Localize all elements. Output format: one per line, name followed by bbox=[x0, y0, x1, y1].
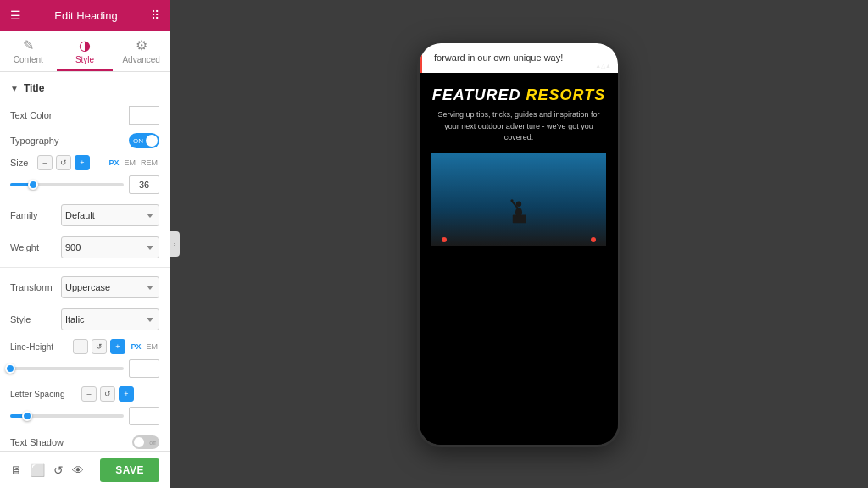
lh-unit-em[interactable]: EM bbox=[145, 342, 160, 351]
silhouette-figure bbox=[506, 193, 531, 230]
phone-content: forward in our own unique way! ▲△▲ FEATU… bbox=[420, 43, 618, 445]
text-color-swatch[interactable] bbox=[129, 106, 159, 125]
grid-icon[interactable]: ⠿ bbox=[151, 8, 159, 22]
preview-icon[interactable]: 👁 bbox=[72, 463, 84, 477]
toggle-thumb bbox=[146, 135, 158, 147]
panel-title: Edit Heading bbox=[54, 9, 117, 22]
tab-content[interactable]: ✎ Content bbox=[0, 30, 57, 71]
phone-mockup: forward in our own unique way! ▲△▲ FEATU… bbox=[417, 41, 620, 447]
size-slider[interactable] bbox=[10, 183, 124, 186]
tab-style-label: Style bbox=[75, 55, 94, 64]
text-color-label: Text Color bbox=[10, 110, 129, 120]
desktop-icon[interactable]: 🖥 bbox=[10, 463, 22, 477]
unit-buttons: PX EM REM bbox=[107, 158, 159, 167]
featured-gold: RESORTS bbox=[526, 86, 606, 103]
letter-spacing-slider[interactable] bbox=[10, 414, 124, 418]
phone-featured-section: FEATURED RESORTS Serving up tips, tricks… bbox=[420, 73, 618, 445]
featured-desc: Serving up tips, tricks, guides and insp… bbox=[431, 109, 606, 144]
family-row: Family Default Arial Roboto bbox=[0, 201, 170, 230]
section-collapse-arrow[interactable]: ▼ bbox=[10, 84, 19, 93]
landscape-photo bbox=[431, 152, 606, 246]
tablet-icon[interactable]: ⬜ bbox=[31, 463, 45, 477]
line-height-label: Line-Height bbox=[10, 342, 70, 352]
text-shadow-row: Text Shadow off bbox=[0, 432, 170, 451]
tab-advanced-label: Advanced bbox=[122, 55, 159, 64]
heading-watermark: ▲△▲ bbox=[595, 63, 611, 69]
tab-advanced[interactable]: ⚙ Advanced bbox=[113, 30, 170, 71]
line-height-value[interactable] bbox=[129, 359, 159, 378]
sidebar-footer: 🖥 ⬜ ↺ 👁 SAVE bbox=[0, 451, 170, 488]
size-btn-min[interactable]: – bbox=[37, 155, 53, 170]
transform-select[interactable]: Uppercase Lowercase Capitalize None bbox=[61, 276, 159, 298]
letter-spacing-label: Letter Spacing bbox=[10, 390, 78, 399]
svg-point-4 bbox=[510, 199, 513, 202]
lh-unit-px[interactable]: PX bbox=[129, 342, 142, 351]
weight-label: Weight bbox=[10, 242, 61, 252]
sidebar-collapse-handle[interactable]: › bbox=[170, 231, 180, 257]
letter-spacing-slider-row bbox=[0, 405, 170, 427]
advanced-tab-icon: ⚙ bbox=[136, 37, 147, 53]
unit-px[interactable]: PX bbox=[107, 158, 120, 167]
preview-area: forward in our own unique way! ▲△▲ FEATU… bbox=[170, 0, 868, 488]
typography-label: Typography bbox=[10, 136, 129, 146]
letter-spacing-value[interactable] bbox=[129, 407, 159, 425]
lh-btn-max[interactable]: + bbox=[110, 339, 125, 354]
size-slider-row: 36 bbox=[0, 174, 170, 196]
lh-unit-buttons: PX EM bbox=[129, 342, 159, 351]
weight-select[interactable]: 900 700 400 300 bbox=[61, 236, 159, 258]
save-button[interactable]: SAVE bbox=[100, 458, 159, 482]
tab-content-label: Content bbox=[14, 55, 43, 64]
style-label: Style bbox=[10, 314, 61, 324]
family-select[interactable]: Default Arial Roboto bbox=[61, 204, 159, 226]
size-btn-max[interactable]: + bbox=[75, 155, 90, 170]
ls-btn-min[interactable]: – bbox=[81, 386, 97, 402]
tab-style[interactable]: ◑ Style bbox=[57, 30, 114, 71]
text-shadow-label: Text Shadow bbox=[10, 437, 132, 447]
phone-heading-text: forward in our own unique way! bbox=[434, 52, 606, 64]
sidebar: ☰ Edit Heading ⠿ ✎ Content ◑ Style ⚙ Adv… bbox=[0, 0, 170, 488]
lh-btn-min[interactable]: – bbox=[73, 339, 88, 354]
hamburger-icon[interactable]: ☰ bbox=[10, 8, 21, 22]
style-select[interactable]: Italic Normal Oblique bbox=[61, 308, 159, 330]
transform-label: Transform bbox=[10, 282, 61, 292]
red-dot-right bbox=[591, 237, 596, 242]
line-height-controls: Line-Height – ↺ + PX EM bbox=[0, 337, 170, 356]
panel-content: ▼ Title Text Color Typography ON Size – … bbox=[0, 72, 170, 451]
text-shadow-toggle[interactable]: off bbox=[132, 435, 159, 449]
unit-rem[interactable]: REM bbox=[139, 158, 159, 167]
tab-bar: ✎ Content ◑ Style ⚙ Advanced bbox=[0, 30, 170, 72]
unit-em[interactable]: EM bbox=[123, 158, 138, 167]
phone-heading-section: forward in our own unique way! ▲△▲ bbox=[420, 43, 618, 73]
featured-title: FEATURED RESORTS bbox=[431, 86, 606, 104]
toggle-off-label: off bbox=[149, 440, 156, 446]
weight-row: Weight 900 700 400 300 bbox=[0, 233, 170, 262]
line-height-slider[interactable] bbox=[10, 367, 124, 370]
size-controls-row: Size – ↺ + PX EM REM bbox=[0, 153, 170, 172]
sidebar-header: ☰ Edit Heading ⠿ bbox=[0, 0, 170, 30]
toggle-on-label: ON bbox=[133, 137, 143, 145]
lh-btn-reset[interactable]: ↺ bbox=[92, 339, 107, 354]
ls-btn-max[interactable]: + bbox=[119, 386, 134, 402]
device-icons: 🖥 ⬜ ↺ 👁 bbox=[10, 463, 84, 477]
line-height-slider-row bbox=[0, 358, 170, 380]
section-title-label: Title bbox=[24, 82, 44, 94]
transform-row: Transform Uppercase Lowercase Capitalize… bbox=[0, 273, 170, 302]
red-dot-left bbox=[442, 237, 447, 242]
style-tab-icon: ◑ bbox=[79, 37, 91, 53]
typography-row: Typography ON bbox=[0, 130, 170, 152]
featured-white: FEATURED bbox=[432, 86, 521, 103]
size-value[interactable]: 36 bbox=[129, 175, 159, 194]
size-btn-reset[interactable]: ↺ bbox=[56, 155, 71, 170]
family-label: Family bbox=[10, 210, 61, 220]
content-tab-icon: ✎ bbox=[23, 37, 34, 53]
typography-toggle[interactable]: ON bbox=[129, 133, 159, 148]
toggle-small-thumb bbox=[134, 437, 144, 447]
ls-btn-reset[interactable]: ↺ bbox=[100, 386, 115, 402]
text-color-row: Text Color bbox=[0, 103, 170, 128]
title-section-header: ▼ Title bbox=[0, 79, 170, 97]
undo-icon[interactable]: ↺ bbox=[53, 463, 64, 477]
size-label: Size bbox=[10, 158, 34, 168]
letter-spacing-controls: Letter Spacing – ↺ + bbox=[0, 385, 170, 403]
style-row: Style Italic Normal Oblique bbox=[0, 305, 170, 334]
